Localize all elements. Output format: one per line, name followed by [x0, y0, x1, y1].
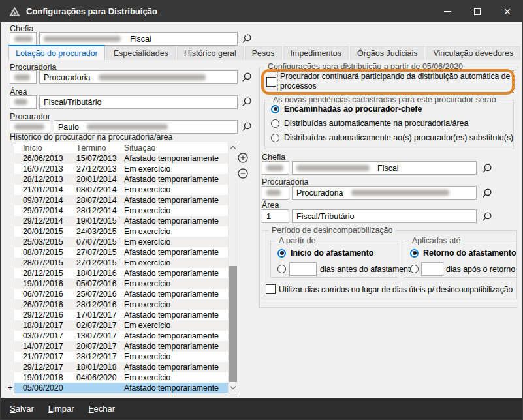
table-row[interactable]: 26/07/2016 28/12/2016 Em exercício: [14, 299, 228, 310]
dias-antes-option[interactable]: dias antes do afastamento: [277, 262, 415, 276]
table-row[interactable]: 29/07/2014 28/12/2014 Em exercício: [14, 205, 228, 216]
tab[interactable]: Lotação do procurador: [8, 45, 105, 60]
cell-situacao: Em exercício: [124, 373, 228, 382]
area-right-code-field[interactable]: 1: [262, 209, 289, 223]
participa-checkbox[interactable]: [266, 77, 276, 87]
chevron-down-icon: [230, 383, 236, 389]
table-row[interactable]: 28/12/2015 18/01/2016 Afastado temporari…: [14, 268, 228, 278]
chefia-top-name-field[interactable]: Fiscal: [39, 32, 238, 46]
new-row-indicator: [7, 174, 14, 185]
table-row[interactable]: 21/07/2017 28/12/2017 Em exercício: [14, 352, 228, 362]
tab[interactable]: Órgãos Judiciais: [350, 46, 424, 60]
chefia-right-code-field[interactable]: [262, 161, 289, 175]
area-code-field[interactable]: [10, 95, 37, 109]
table-row[interactable]: 20/01/2015 24/03/2015 Em exercício: [14, 226, 228, 237]
table-row[interactable]: 26/06/2013 15/07/2013 Afastado temporari…: [14, 153, 228, 164]
cell-inicio: 20/01/2015: [23, 227, 76, 236]
close-button[interactable]: ×: [492, 1, 522, 22]
procuradoria-right-name-field[interactable]: Procuradoria: [292, 186, 477, 200]
dias-apos-label: dias após o retorno: [446, 265, 515, 274]
tab[interactable]: Impedimentos: [283, 46, 349, 60]
radio-option[interactable]: Encaminhadas ao procurador-chefe: [271, 104, 513, 113]
procuradoria-name-field[interactable]: Procuradoria: [39, 70, 238, 84]
scroll-down-button[interactable]: [229, 382, 238, 393]
chefia-right-name-field[interactable]: Fiscal: [292, 161, 477, 175]
table-row[interactable]: 06/07/2016 25/07/2016 Afastado temporari…: [14, 289, 228, 299]
procurador-name-field[interactable]: Paulo: [54, 120, 238, 134]
tab[interactable]: Especialidades: [106, 46, 176, 60]
footer-button[interactable]: Salvar: [10, 404, 34, 413]
tab[interactable]: Pesos: [245, 46, 282, 60]
cell-termino: 17/01/2017: [76, 310, 124, 320]
cell-inicio: 26/06/2013: [23, 154, 76, 163]
cell-termino: 28/12/2014: [76, 206, 124, 215]
table-row[interactable]: 14/07/2017 20/07/2017 Afastado temporari…: [14, 341, 228, 352]
new-row-indicator: [7, 268, 14, 278]
new-row-indicator: [7, 362, 14, 372]
scroll-up-button[interactable]: [229, 142, 238, 153]
dialog-configuracoes-distribuicao: Configurações para Distribuição × Chefia…: [0, 0, 523, 420]
maximize-button[interactable]: [462, 1, 492, 22]
radio-option[interactable]: Distribuídas automaticamente na procurad…: [271, 119, 513, 128]
table-row[interactable]: 18/01/2017 02/07/2017 Em exercício: [14, 320, 228, 331]
dias-apos-option[interactable]: dias após o retorno: [410, 262, 515, 276]
tab-label: Pesos: [252, 49, 275, 58]
dias-antes-input[interactable]: [289, 262, 317, 276]
table-row[interactable]: 29/12/2014 19/01/2015 Afastado temporari…: [14, 216, 228, 226]
table-row[interactable]: 28/12/2013 20/01/2014 Afastado temporari…: [14, 174, 228, 185]
cell-situacao: Afastado temporariamente: [124, 175, 228, 184]
cell-situacao: Afastado temporariamente: [124, 217, 228, 226]
chefia-top-code-field[interactable]: [10, 32, 37, 46]
table-row[interactable]: 29/12/2016 17/01/2017 Afastado temporari…: [14, 310, 228, 320]
table-row[interactable]: + 05/06/2020 Afastado temporariamente: [14, 383, 228, 393]
new-row-indicator: [7, 372, 14, 383]
dias-corridos-checkbox-label[interactable]: Utilizar dias corridos no lugar de dias …: [279, 285, 513, 294]
procuradoria-code-field[interactable]: [10, 70, 37, 84]
footer-button[interactable]: Fechar: [89, 404, 115, 413]
procuradoria-search-icon[interactable]: [242, 72, 253, 83]
chefia-top-search-icon[interactable]: [242, 33, 253, 44]
add-lotacao-button[interactable]: [238, 153, 248, 163]
table-row[interactable]: 29/12/2017 18/01/2018 Afastado temporari…: [14, 362, 228, 372]
chefia-right-search-icon[interactable]: [482, 163, 493, 174]
table-row[interactable]: 09/07/2014 28/07/2014 Afastado temporari…: [14, 195, 228, 205]
cell-termino: 28/12/2017: [76, 352, 124, 361]
cell-inicio: 29/12/2016: [23, 310, 76, 320]
retorno-afastamento-option[interactable]: Retorno do afastamento: [410, 248, 516, 258]
footer-button[interactable]: Limpar: [48, 404, 74, 413]
tab-strip: Lotação do procurador Especialidades His…: [8, 46, 522, 60]
remove-lotacao-button[interactable]: [238, 168, 248, 179]
area-right-search-icon[interactable]: [482, 211, 493, 222]
procuradoria-right-code-field[interactable]: [262, 186, 289, 200]
cell-termino: 27/12/2013: [76, 164, 124, 173]
table-row[interactable]: 16/07/2013 27/12/2013 Em exercício: [14, 164, 228, 174]
radio-icon: [271, 134, 279, 142]
area-search-icon[interactable]: [242, 97, 253, 108]
scrollbar-thumb[interactable]: [229, 266, 237, 382]
radio-option[interactable]: Distribuídas automaticamente ao(s) procu…: [271, 133, 513, 142]
tab[interactable]: Vinculação devedores: [426, 46, 520, 60]
dias-apos-input[interactable]: [421, 262, 443, 276]
table-row[interactable]: 19/01/2018 04/06/2020 Em exercício: [14, 372, 228, 383]
table-row[interactable]: 28/07/2015 27/12/2015 Em exercício: [14, 258, 228, 268]
dias-corridos-checkbox[interactable]: [266, 284, 276, 294]
participa-checkbox-label[interactable]: Procurador continuará participando da di…: [277, 70, 515, 93]
minimize-button[interactable]: [432, 1, 462, 22]
area-name-field[interactable]: Fiscal/Tributário: [39, 95, 238, 109]
table-row[interactable]: 03/07/2017 13/07/2017 Afastado temporari…: [14, 331, 228, 341]
area-right-name-field[interactable]: Fiscal/Tributário: [292, 209, 477, 223]
procurador-code-field[interactable]: [10, 120, 50, 134]
redacted-text: [14, 99, 27, 105]
retorno-afastamento-label: Retorno do afastamento: [423, 248, 516, 258]
chefia-right-value: Fiscal: [377, 164, 399, 173]
table-row[interactable]: 08/07/2015 27/07/2015 Afastado temporari…: [14, 247, 228, 258]
cell-termino: 20/07/2017: [76, 342, 124, 351]
table-row[interactable]: 19/01/2016 05/07/2016 Em exercício: [14, 278, 228, 289]
periodo-group-title: Período de desincompatibilização: [269, 226, 395, 235]
tab[interactable]: Histórico geral: [177, 46, 244, 60]
inicio-afastamento-option[interactable]: Início do afastamento: [277, 248, 373, 258]
table-row[interactable]: 21/01/2014 08/07/2014 Em exercício: [14, 185, 228, 195]
table-row[interactable]: 25/03/2015 07/07/2015 Em exercício: [14, 237, 228, 247]
procurador-search-icon[interactable]: [242, 121, 253, 132]
procuradoria-right-search-icon[interactable]: [482, 188, 493, 199]
